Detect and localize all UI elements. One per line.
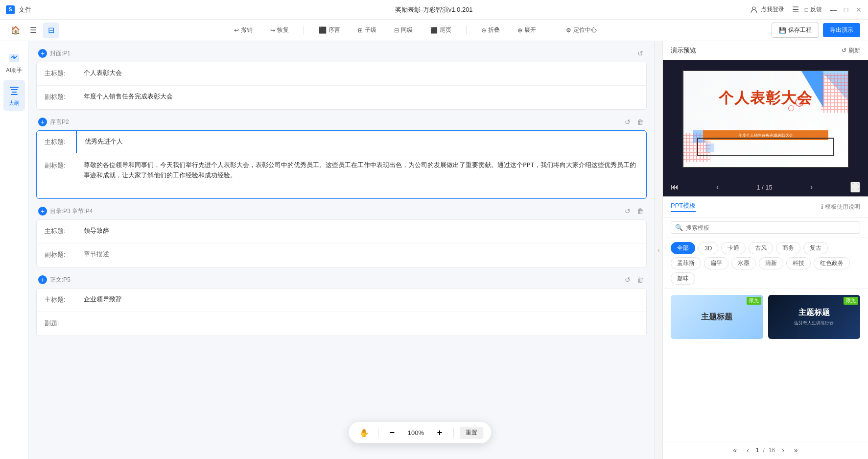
toc-card: 主标题: 副标题: (36, 219, 647, 267)
main-layout: AI助手 大纲 + 封面:P1 ↺ (0, 41, 868, 459)
last-page-button[interactable]: » (791, 445, 801, 455)
fullscreen-button[interactable]: ⛶ (850, 182, 860, 193)
edit-nav-button[interactable]: ⊟ (43, 23, 59, 38)
fold-button[interactable]: ⊖ 折叠 (476, 24, 505, 36)
hand-tool-button[interactable]: ✋ (356, 425, 372, 440)
template-help-button[interactable]: ℹ 模板使用说明 (821, 203, 860, 211)
tag-button-3[interactable]: 古风 (749, 242, 773, 254)
content-delete-icon[interactable]: 🗑 (636, 275, 645, 284)
cover-refresh-icon[interactable]: ↺ (636, 49, 645, 58)
titlebar-left: S 文件 (6, 5, 31, 14)
template-item-1[interactable]: 主题标题 限免 (671, 295, 763, 339)
preface-subtitle-input[interactable]: 尊敬的各位领导和同事们，今天我们举行先进个人表彰大会，表彰公司中的优秀员工。这些… (76, 154, 646, 198)
toc-title-input[interactable] (76, 220, 646, 242)
refresh-button[interactable]: ↺ 刷新 (842, 47, 860, 55)
content-area: + 封面:P1 ↺ 主标题: 副标题: (28, 41, 655, 459)
tag-button-8[interactable]: 水墨 (731, 257, 756, 269)
minimize-button[interactable]: — (830, 6, 837, 13)
toc-add-button[interactable]: + (38, 207, 47, 216)
sidebar-item-outline[interactable]: 大纲 (3, 80, 25, 111)
content-title-input[interactable] (76, 289, 646, 311)
login-button[interactable]: 点我登录 (750, 5, 784, 14)
next-page-button[interactable]: › (810, 183, 813, 192)
home-nav-button[interactable]: 🏠 (8, 23, 23, 38)
locate-icon: ⚙ (566, 27, 571, 34)
tag-button-4[interactable]: 商务 (776, 242, 800, 254)
preface-button[interactable]: ⬛ 序言 (314, 24, 345, 36)
zoom-reset-button[interactable]: 重置 (460, 427, 483, 439)
content-card: 主标题: 副题: (36, 288, 647, 336)
template-grid: 主题标题 限免 主题标题 达芬奇人生训练行云 限免 (663, 289, 868, 441)
preface-delete-icon[interactable]: 🗑 (636, 118, 645, 126)
preface-refresh-icon[interactable]: ↺ (623, 118, 632, 126)
zoom-in-button[interactable]: + (432, 425, 447, 440)
tag-button-11[interactable]: 红色政务 (814, 257, 850, 269)
save-icon: 💾 (779, 27, 786, 34)
tag-button-10[interactable]: 科技 (786, 257, 811, 269)
child-button[interactable]: ⊞ 子级 (353, 24, 381, 36)
preface-add-button[interactable]: + (38, 118, 47, 126)
collapse-handle[interactable]: ‹ (655, 41, 662, 459)
next-template-page-button[interactable]: › (779, 445, 787, 455)
tag-button-7[interactable]: 扁平 (704, 257, 728, 269)
fold-icon: ⊖ (481, 27, 486, 34)
sibling-button[interactable]: ⊟ 同级 (389, 24, 418, 36)
template-tags: 全部3D卡通古风商务复古孟菲斯扁平水墨清新科技红色政务趣味 (663, 238, 868, 289)
template-search-input[interactable] (686, 224, 856, 231)
toolbar-nav-buttons: 🏠 ☰ ⊟ (8, 23, 59, 38)
content-subtitle-input[interactable] (76, 312, 646, 334)
content-subtitle-label: 副题: (37, 312, 76, 335)
export-button[interactable]: 导出演示 (823, 23, 860, 37)
sidebar-item-ai[interactable]: AI助手 (3, 47, 25, 78)
close-button[interactable]: ✕ (855, 6, 862, 13)
preface-header-left: + 序言P2 (38, 118, 69, 126)
content-section: + 正文:P5 ↺ 🗑 主标题: 副题: (36, 275, 647, 336)
outline-nav-button[interactable]: ☰ (25, 23, 41, 38)
tag-button-12[interactable]: 趣味 (671, 272, 695, 285)
app-title: 奖励表彰-万彩智演v1.0.201 (395, 5, 472, 14)
preface-title-input[interactable] (76, 131, 646, 153)
app-logo: S (6, 5, 15, 14)
template-item-2[interactable]: 主题标题 达芬奇人生训练行云 限免 (768, 295, 861, 339)
cover-subtitle-input[interactable] (76, 86, 646, 108)
tag-button-2[interactable]: 卡通 (721, 242, 746, 254)
toc-refresh-icon[interactable]: ↺ (623, 207, 632, 216)
zoom-out-button[interactable]: − (384, 425, 400, 440)
prev-template-page-button[interactable]: ‹ (744, 445, 752, 455)
expand-button[interactable]: ⊕ 展开 (513, 24, 541, 36)
end-button[interactable]: ⬛ 尾页 (425, 24, 456, 36)
outline-icon (7, 84, 21, 97)
preface-header: + 序言P2 ↺ 🗑 (36, 118, 647, 126)
ai-icon (7, 51, 21, 65)
maximize-button[interactable]: □ (843, 6, 849, 13)
ppt-template-tab[interactable]: PPT模板 (671, 201, 696, 212)
toc-subtitle-input[interactable] (76, 243, 646, 266)
svg-rect-4 (11, 89, 18, 90)
toc-title: 目录:P3 章节:P4 (50, 207, 93, 216)
content-refresh-icon[interactable]: ↺ (623, 275, 632, 284)
content-add-button[interactable]: + (38, 275, 47, 284)
prev-slide-button[interactable]: ⏮ (671, 183, 679, 192)
tag-button-6[interactable]: 孟菲斯 (671, 257, 701, 269)
tag-button-9[interactable]: 清新 (759, 257, 783, 269)
cover-add-button[interactable]: + (38, 49, 47, 58)
file-menu[interactable]: 文件 (19, 5, 31, 14)
feedback-button[interactable]: □ 反馈 (805, 5, 822, 14)
tag-button-0[interactable]: 全部 (671, 242, 695, 254)
first-page-button[interactable]: « (730, 445, 740, 455)
prev-page-button[interactable]: ‹ (716, 183, 719, 192)
cover-title-input[interactable] (76, 62, 646, 84)
menu-icon-btn[interactable]: ☰ (792, 5, 799, 14)
redo-icon: ↪ (270, 27, 275, 34)
preview-controls: ⏮ ‹ 1 / 15 › ⛶ (663, 178, 868, 196)
zoom-percent: 100% (406, 429, 426, 436)
undo-button[interactable]: ↩ 撤销 (229, 24, 258, 36)
redo-button[interactable]: ↪ 恢复 (265, 24, 294, 36)
save-button[interactable]: 💾 保存工程 (772, 23, 819, 38)
tag-button-5[interactable]: 复古 (803, 242, 828, 254)
cover-header-left: + 封面:P1 (38, 49, 70, 58)
content-title-label: 主标题: (37, 289, 76, 311)
locate-button[interactable]: ⚙ 定位中心 (561, 24, 602, 36)
tag-button-1[interactable]: 3D (698, 242, 718, 254)
toc-delete-icon[interactable]: 🗑 (636, 207, 645, 216)
